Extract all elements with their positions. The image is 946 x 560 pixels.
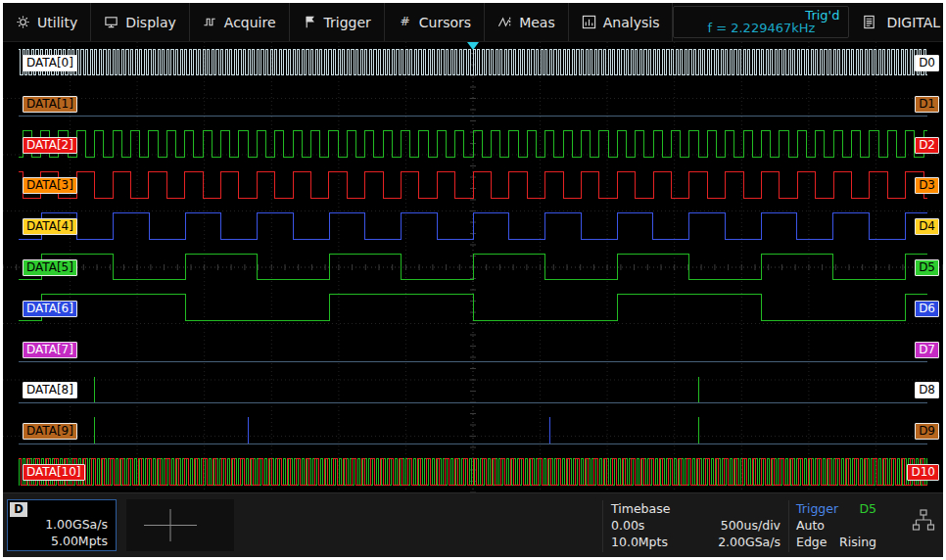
flag-icon xyxy=(303,15,317,29)
channel-label-D6[interactable]: DATA[6] xyxy=(23,301,77,317)
digital-tab: D xyxy=(10,502,27,517)
channel-label-D5[interactable]: DATA[5] xyxy=(23,259,77,276)
wave-D0 xyxy=(19,49,927,75)
timebase-rate: 2.00GSa/s xyxy=(718,535,780,549)
wave-D3 xyxy=(19,172,927,199)
channel-label-D4[interactable]: DATA[4] xyxy=(23,218,77,235)
channel-label-D0[interactable]: DATA[0] xyxy=(23,55,77,71)
menu-item-acquire[interactable]: Acquire xyxy=(190,3,290,41)
network-icon[interactable] xyxy=(912,509,935,536)
channel-label-D7[interactable]: DATA[7] xyxy=(23,342,77,358)
wave-D9 xyxy=(248,417,549,443)
frequency-counter: f = 2.229467kHz xyxy=(674,21,848,35)
channel-badge-D10[interactable]: D10 xyxy=(907,464,939,481)
channel-badge-D5[interactable]: D5 xyxy=(915,259,939,276)
cursors-icon: # xyxy=(398,15,412,29)
acquire-icon xyxy=(203,15,217,29)
digital-mem-depth: 5.00Mpts xyxy=(51,534,108,548)
channel-label-D2[interactable]: DATA[2] xyxy=(23,137,77,154)
menu-item-label: Cursors xyxy=(419,15,471,30)
empty-descriptor-panel[interactable] xyxy=(126,499,234,551)
display-icon xyxy=(104,15,118,29)
trigger-status-box: Trig'd f = 2.229467kHz xyxy=(673,6,849,38)
timebase-scale: 500us/div xyxy=(721,518,780,533)
analysis-icon xyxy=(582,15,596,29)
trigger-slope: Rising xyxy=(839,535,876,549)
waveform-display xyxy=(3,42,943,492)
channel-badge-D1[interactable]: D1 xyxy=(915,96,939,113)
channel-label-D10[interactable]: DATA[10] xyxy=(23,464,85,481)
menu-item-digital[interactable]: DIGITAL xyxy=(849,3,943,41)
timebase-delay: 0.00s xyxy=(611,518,644,533)
channel-badge-D7[interactable]: D7 xyxy=(915,342,939,358)
menu-item-label: Meas xyxy=(519,15,555,30)
digital-sample-rate: 1.00GSa/s xyxy=(45,517,108,532)
channel-badge-D3[interactable]: D3 xyxy=(915,177,939,194)
crosshair-icon xyxy=(126,499,234,551)
timebase-title: Timebase xyxy=(611,501,670,516)
menu-item-utility[interactable]: Utility xyxy=(3,3,91,41)
gear-icon xyxy=(16,15,30,29)
trigger-title: Trigger xyxy=(796,501,838,516)
timebase-depth: 10.0Mpts xyxy=(611,535,668,549)
menu-item-label: Acquire xyxy=(224,15,276,30)
menu-item-display[interactable]: Display xyxy=(91,3,190,41)
channel-label-D9[interactable]: DATA[9] xyxy=(23,423,77,440)
oscilloscope-screen: UtilityDisplayAcquireTrigger#CursorsMeas… xyxy=(3,3,943,557)
channel-badge-D0[interactable]: D0 xyxy=(915,55,939,71)
menu-item-cursors[interactable]: #Cursors xyxy=(385,3,485,41)
waveform-grid: DATA[0]D0DATA[1]D1DATA[2]D2DATA[3]D3DATA… xyxy=(3,42,943,492)
menu-item-label: Trigger xyxy=(324,15,371,30)
channel-label-D3[interactable]: DATA[3] xyxy=(23,177,77,194)
trigger-source: D5 xyxy=(859,501,876,516)
menu-item-label: Utility xyxy=(37,15,77,30)
channel-badge-D6[interactable]: D6 xyxy=(915,301,939,317)
menu-items: UtilityDisplayAcquireTrigger#CursorsMeas… xyxy=(3,3,673,41)
wave-D4 xyxy=(19,212,927,239)
digital-icon xyxy=(862,15,876,29)
trigger-panel[interactable]: TriggerD5 Auto EdgeRising xyxy=(788,500,876,552)
channel-badge-D8[interactable]: D8 xyxy=(915,382,939,398)
trigger-type: Edge xyxy=(796,535,827,549)
channel-label-D1[interactable]: DATA[1] xyxy=(23,96,77,113)
trigger-mode: Auto xyxy=(796,518,825,533)
menu-item-label: DIGITAL xyxy=(886,15,940,30)
menu-item-label: Display xyxy=(125,15,176,30)
timebase-panel[interactable]: Timebase 0.00s500us/div 10.0Mpts2.00GSa/… xyxy=(602,500,780,552)
wave-D2 xyxy=(19,131,927,158)
menu-item-label: Analysis xyxy=(603,15,660,30)
menu-bar: UtilityDisplayAcquireTrigger#CursorsMeas… xyxy=(3,3,943,42)
channel-badge-D4[interactable]: D4 xyxy=(915,218,939,235)
meas-icon xyxy=(497,15,512,29)
svg-text:#: # xyxy=(400,15,409,28)
channel-badge-D2[interactable]: D2 xyxy=(915,137,939,154)
menu-item-meas[interactable]: Meas xyxy=(485,3,569,41)
menu-item-trigger[interactable]: Trigger xyxy=(290,3,385,41)
menu-item-analysis[interactable]: Analysis xyxy=(569,3,674,41)
bottom-status-bar: D 1.00GSa/s 5.00Mpts Timebase 0.00s500us… xyxy=(3,492,943,557)
wave-D6 xyxy=(19,295,927,321)
channel-label-D8[interactable]: DATA[8] xyxy=(23,382,77,398)
channel-badge-D9[interactable]: D9 xyxy=(915,423,939,440)
digital-channel-descriptor[interactable]: D 1.00GSa/s 5.00Mpts xyxy=(7,499,117,551)
